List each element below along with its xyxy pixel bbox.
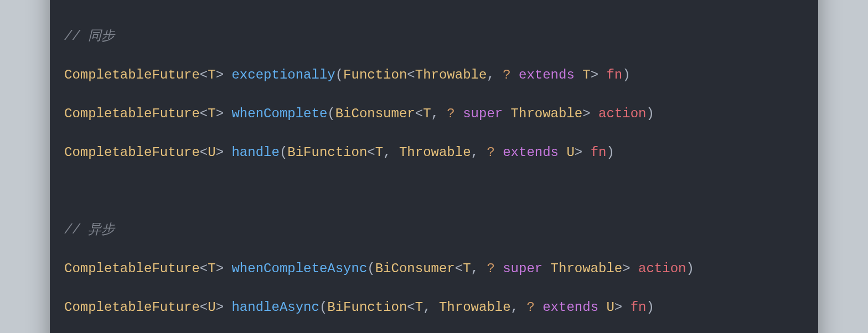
code-line: CompletableFuture<U> handleAsync(BiFunct… xyxy=(64,298,804,317)
space xyxy=(511,67,519,82)
punct: > xyxy=(614,300,622,315)
punct: ) xyxy=(686,261,694,276)
punct: ( xyxy=(319,300,327,315)
space xyxy=(519,300,526,315)
type-param: U xyxy=(208,145,215,160)
type: BiFunction xyxy=(327,300,407,315)
space xyxy=(224,300,231,315)
keyword: extends xyxy=(542,300,598,315)
type-param: U xyxy=(566,145,574,160)
qmark: ? xyxy=(503,67,510,82)
method: whenComplete xyxy=(231,106,327,121)
punct: ) xyxy=(646,300,654,315)
punct: > xyxy=(216,67,224,82)
method: exceptionally xyxy=(231,67,335,82)
space xyxy=(224,261,231,276)
space xyxy=(535,300,542,315)
param: fn xyxy=(606,67,622,82)
punct: < xyxy=(200,261,208,276)
punct: ( xyxy=(327,106,335,121)
punct: < xyxy=(200,106,208,121)
code-line: CompletableFuture<T> whenCompleteAsync(B… xyxy=(64,259,804,278)
code-line: // 异步 xyxy=(64,220,804,240)
space xyxy=(631,261,638,276)
code-line: CompletableFuture<T> exceptionally(Funct… xyxy=(64,65,804,85)
punct: ) xyxy=(622,67,630,82)
space xyxy=(582,145,590,160)
punct: ( xyxy=(335,67,343,82)
punct: , xyxy=(487,67,494,82)
type: CompletableFuture xyxy=(64,300,200,315)
param: action xyxy=(638,261,686,276)
punct: > xyxy=(216,106,224,121)
punct: , xyxy=(423,300,431,315)
type: Throwable xyxy=(415,67,487,82)
code-line: CompletableFuture<T> whenComplete(BiCons… xyxy=(64,104,804,123)
qmark: ? xyxy=(487,145,494,160)
type: Throwable xyxy=(551,261,623,276)
space xyxy=(495,261,503,276)
punct: , xyxy=(383,145,391,160)
punct: < xyxy=(407,300,415,315)
punct: ( xyxy=(280,145,287,160)
space xyxy=(391,145,399,160)
type-param: T xyxy=(208,67,215,82)
qmark: ? xyxy=(487,261,494,276)
punct: > xyxy=(216,300,224,315)
type-param: T xyxy=(208,106,215,121)
keyword: super xyxy=(503,261,542,276)
punct: > xyxy=(622,261,630,276)
method: whenCompleteAsync xyxy=(231,261,367,276)
punct: < xyxy=(415,106,423,121)
punct: , xyxy=(431,106,439,121)
punct: < xyxy=(407,67,415,82)
space xyxy=(224,145,231,160)
punct: > xyxy=(575,145,582,160)
code-line: // 同步 xyxy=(64,27,804,46)
comment: // 异步 xyxy=(64,222,115,237)
type: BiFunction xyxy=(287,145,367,160)
punct: > xyxy=(216,145,224,160)
punct: , xyxy=(471,145,479,160)
space xyxy=(479,145,487,160)
type: Throwable xyxy=(439,300,511,315)
punct: < xyxy=(455,261,463,276)
qmark: ? xyxy=(526,300,534,315)
type-param: U xyxy=(208,300,215,315)
keyword: extends xyxy=(503,145,559,160)
type: Function xyxy=(343,67,407,82)
type-param: T xyxy=(415,300,423,315)
type-param: T xyxy=(375,145,383,160)
punct: , xyxy=(511,300,519,315)
code-window: // 同步 CompletableFuture<T> exceptionally… xyxy=(50,0,818,333)
punct: < xyxy=(200,67,208,82)
punct: < xyxy=(367,145,375,160)
punct: > xyxy=(216,261,224,276)
type-param: U xyxy=(606,300,614,315)
param: action xyxy=(598,106,646,121)
space xyxy=(542,261,550,276)
keyword: extends xyxy=(519,67,575,82)
param: fn xyxy=(631,300,647,315)
space xyxy=(224,106,231,121)
type: CompletableFuture xyxy=(64,67,200,82)
punct: < xyxy=(200,300,208,315)
space xyxy=(503,106,510,121)
space xyxy=(431,300,439,315)
method: handleAsync xyxy=(231,300,319,315)
space xyxy=(575,67,582,82)
space xyxy=(622,300,630,315)
type-param: T xyxy=(463,261,471,276)
blank-line xyxy=(64,181,804,201)
space xyxy=(495,67,503,82)
type: CompletableFuture xyxy=(64,261,200,276)
space xyxy=(479,261,487,276)
qmark: ? xyxy=(447,106,454,121)
type: CompletableFuture xyxy=(64,106,200,121)
type-param: T xyxy=(423,106,431,121)
space xyxy=(224,67,231,82)
punct: < xyxy=(200,145,208,160)
type: BiConsumer xyxy=(335,106,415,121)
method: handle xyxy=(231,145,279,160)
type: BiConsumer xyxy=(375,261,455,276)
